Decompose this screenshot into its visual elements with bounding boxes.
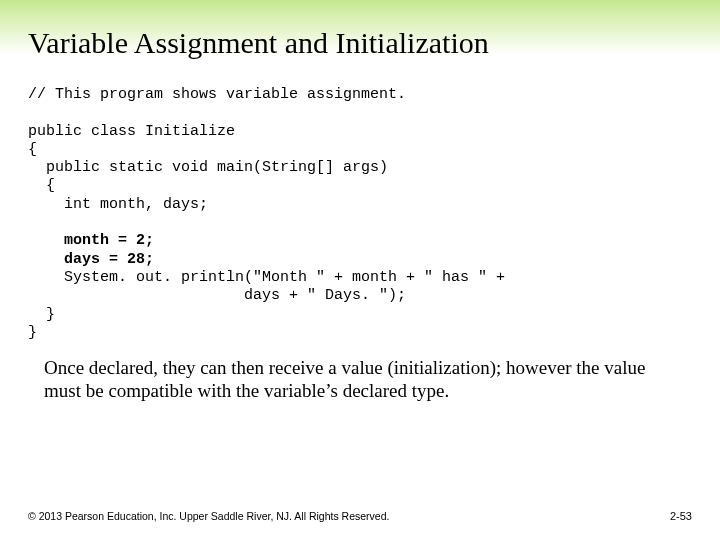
code-block: // This program shows variable assignmen…: [28, 86, 692, 342]
code-line: {: [28, 177, 55, 194]
code-line: // This program shows variable assignmen…: [28, 86, 406, 103]
code-line-bold: month = 2;: [28, 232, 154, 249]
code-line: {: [28, 141, 37, 158]
code-line: days + " Days. ");: [28, 287, 406, 304]
code-line: int month, days;: [28, 196, 208, 213]
slide: Variable Assignment and Initialization /…: [0, 0, 720, 540]
body-paragraph: Once declared, they can then receive a v…: [44, 356, 682, 402]
code-line: }: [28, 324, 37, 341]
code-line: public static void main(String[] args): [28, 159, 388, 176]
code-line: public class Initialize: [28, 123, 235, 140]
copyright-footer: © 2013 Pearson Education, Inc. Upper Sad…: [28, 510, 389, 522]
code-line: }: [28, 306, 55, 323]
page-number: 2-53: [670, 510, 692, 522]
slide-title: Variable Assignment and Initialization: [28, 26, 692, 60]
code-line: System. out. println("Month " + month + …: [28, 269, 505, 286]
code-line-bold: days = 28;: [28, 251, 154, 268]
